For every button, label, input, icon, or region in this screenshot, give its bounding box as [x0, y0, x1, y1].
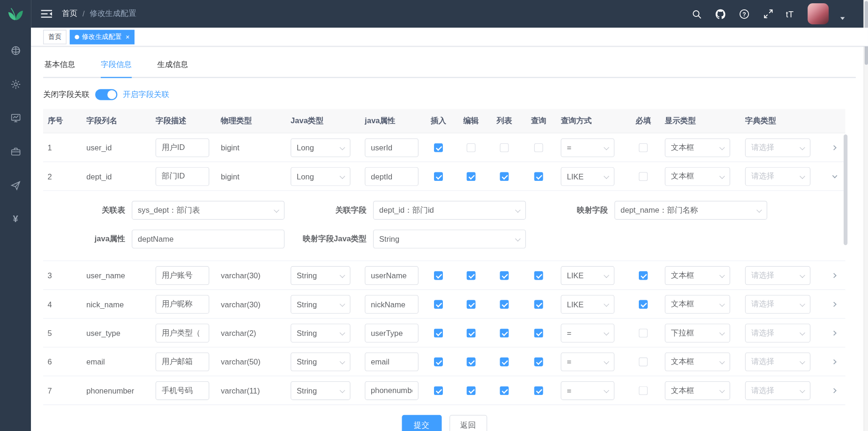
- mapping-java-type-select[interactable]: String: [373, 230, 526, 248]
- breadcrumb-home[interactable]: 首页: [62, 9, 77, 19]
- field-description-input[interactable]: [156, 138, 210, 157]
- java-field-input[interactable]: [365, 323, 419, 342]
- java-attribute-input[interactable]: [132, 230, 284, 248]
- tab-basic-info[interactable]: 基本信息: [44, 53, 75, 77]
- query-checkbox[interactable]: [534, 143, 543, 152]
- expand-row-button[interactable]: [828, 355, 841, 368]
- table-scrollbar-thumb[interactable]: [844, 134, 847, 245]
- java-type-select[interactable]: String: [291, 352, 351, 371]
- insert-checkbox[interactable]: [434, 300, 443, 309]
- sidebar-item-tool[interactable]: [9, 146, 22, 158]
- fullscreen-button[interactable]: [762, 8, 774, 20]
- query-type-select[interactable]: LIKE: [561, 167, 614, 186]
- sidebar-item-dashboard[interactable]: [9, 44, 22, 56]
- edit-checkbox[interactable]: [467, 328, 476, 337]
- insert-checkbox[interactable]: [434, 172, 443, 181]
- expand-row-button[interactable]: [828, 268, 841, 282]
- github-button[interactable]: [714, 8, 726, 20]
- query-checkbox[interactable]: [534, 300, 543, 309]
- font-size-button[interactable]: tT: [786, 9, 794, 18]
- query-type-select[interactable]: =: [561, 381, 614, 400]
- sidebar-item-system[interactable]: [9, 78, 22, 90]
- tab-generate-info[interactable]: 生成信息: [157, 53, 188, 77]
- collapse-row-button[interactable]: [828, 170, 841, 183]
- dict-type-select[interactable]: 请选择: [745, 266, 810, 285]
- query-type-select[interactable]: LIKE: [561, 295, 614, 313]
- insert-checkbox[interactable]: [434, 143, 443, 152]
- tab-field-info[interactable]: 字段信息: [101, 53, 132, 77]
- field-description-input[interactable]: [156, 381, 210, 400]
- dict-type-select[interactable]: 请选择: [745, 381, 810, 400]
- edit-checkbox[interactable]: [467, 357, 476, 366]
- java-field-input[interactable]: [365, 381, 419, 400]
- java-type-select[interactable]: String: [291, 381, 351, 400]
- avatar-caret-icon[interactable]: [840, 17, 845, 20]
- insert-checkbox[interactable]: [434, 357, 443, 366]
- mapping-field-select[interactable]: dept_name：部门名称: [614, 201, 767, 220]
- field-description-input[interactable]: [156, 167, 210, 186]
- java-field-input[interactable]: [365, 352, 419, 371]
- java-type-select[interactable]: String: [291, 323, 351, 342]
- sidebar-item-monitor[interactable]: [9, 112, 22, 124]
- java-field-input[interactable]: [365, 138, 419, 157]
- tag-current[interactable]: 修改生成配置 ×: [70, 30, 135, 44]
- display-type-select[interactable]: 文本框: [665, 352, 730, 371]
- query-type-select[interactable]: =: [561, 323, 614, 342]
- query-checkbox[interactable]: [534, 386, 543, 395]
- dict-type-select[interactable]: 请选择: [745, 138, 810, 157]
- field-description-input[interactable]: [156, 352, 210, 371]
- app-logo[interactable]: [0, 0, 31, 28]
- query-type-select[interactable]: =: [561, 138, 614, 157]
- insert-checkbox[interactable]: [434, 271, 443, 280]
- close-tag-icon[interactable]: ×: [126, 33, 129, 41]
- back-button[interactable]: 返回: [449, 415, 486, 431]
- required-checkbox[interactable]: [639, 328, 648, 337]
- field-description-input[interactable]: [156, 266, 210, 285]
- query-type-select[interactable]: LIKE: [561, 266, 614, 285]
- insert-checkbox[interactable]: [434, 328, 443, 337]
- java-field-input[interactable]: [365, 266, 419, 285]
- java-type-select[interactable]: Long: [291, 167, 351, 186]
- expand-row-button[interactable]: [828, 141, 841, 154]
- required-checkbox[interactable]: [639, 172, 648, 181]
- java-type-select[interactable]: String: [291, 266, 351, 285]
- field-description-input[interactable]: [156, 323, 210, 342]
- association-switch[interactable]: [95, 89, 117, 100]
- java-type-select[interactable]: String: [291, 295, 351, 313]
- list-checkbox[interactable]: [500, 271, 509, 280]
- display-type-select[interactable]: 下拉框: [665, 323, 730, 342]
- insert-checkbox[interactable]: [434, 386, 443, 395]
- query-checkbox[interactable]: [534, 271, 543, 280]
- list-checkbox[interactable]: [500, 300, 509, 309]
- display-type-select[interactable]: 文本框: [665, 381, 730, 400]
- sidebar-toggle-button[interactable]: [40, 8, 53, 20]
- dict-type-select[interactable]: 请选择: [745, 352, 810, 371]
- display-type-select[interactable]: 文本框: [665, 295, 730, 313]
- java-field-input[interactable]: [365, 167, 419, 186]
- dict-type-select[interactable]: 请选择: [745, 167, 810, 186]
- required-checkbox[interactable]: [639, 300, 648, 309]
- java-field-input[interactable]: [365, 295, 419, 313]
- sidebar-item-finance[interactable]: ¥: [9, 213, 22, 225]
- query-checkbox[interactable]: [534, 172, 543, 181]
- list-checkbox[interactable]: [500, 143, 509, 152]
- list-checkbox[interactable]: [500, 172, 509, 181]
- display-type-select[interactable]: 文本框: [665, 167, 730, 186]
- assoc-field-select[interactable]: dept_id：部门id: [373, 201, 526, 220]
- field-description-input[interactable]: [156, 295, 210, 313]
- edit-checkbox[interactable]: [467, 143, 476, 152]
- edit-checkbox[interactable]: [467, 172, 476, 181]
- required-checkbox[interactable]: [639, 271, 648, 280]
- dict-type-select[interactable]: 请选择: [745, 295, 810, 313]
- help-button[interactable]: ?: [738, 8, 750, 20]
- tag-home[interactable]: 首页: [43, 30, 67, 44]
- list-checkbox[interactable]: [500, 328, 509, 337]
- query-checkbox[interactable]: [534, 328, 543, 337]
- required-checkbox[interactable]: [639, 143, 648, 152]
- list-checkbox[interactable]: [500, 386, 509, 395]
- edit-checkbox[interactable]: [467, 271, 476, 280]
- edit-checkbox[interactable]: [467, 386, 476, 395]
- query-type-select[interactable]: =: [561, 352, 614, 371]
- submit-button[interactable]: 提交: [402, 415, 441, 431]
- user-avatar[interactable]: [808, 3, 829, 24]
